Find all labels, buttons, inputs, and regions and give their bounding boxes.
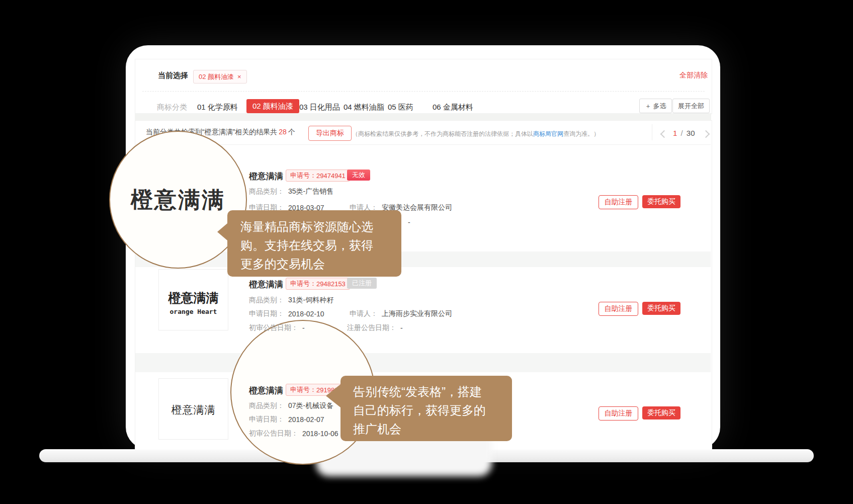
tooltip-arrow-left-icon <box>217 223 227 240</box>
trademark-title: 橙意满满 <box>249 171 283 182</box>
category-item-04[interactable]: 04 燃料油脂 <box>344 103 384 112</box>
clear-all-button[interactable]: 全部清除 <box>679 71 708 80</box>
apply-no-value: 29482153 <box>316 280 346 288</box>
trademark-image-text-cn: 橙意满满 <box>159 403 228 417</box>
trademark-image: 橙意满满 <box>158 378 228 440</box>
current-selection-label: 当前选择 <box>158 71 188 80</box>
disclaimer-post: 查询为准。） <box>563 130 600 137</box>
apply-no-label: 申请号： <box>290 171 316 180</box>
header-divider <box>135 144 711 145</box>
page-separator: / <box>681 129 683 137</box>
self-register-button[interactable]: 自助注册 <box>599 302 638 316</box>
trademark-image: 橙意满满 orange Heart <box>158 269 228 330</box>
tooltip-promotion: 告别传统“发表格”，搭建 自己的标行，获得更多的 推广机会 <box>340 376 512 441</box>
row-field-apply-date: 申请日期：2018-02-07 <box>249 414 324 425</box>
apply-no-value: 29474941 <box>316 172 346 180</box>
export-trademarks-button[interactable]: 导出商标 <box>308 126 352 141</box>
page-total: 30 <box>687 129 695 137</box>
tooltip-line: 自己的标行，获得更多的 <box>353 401 512 419</box>
row-field-applicant: 申请人：上海雨步实业有限公司 <box>350 308 452 319</box>
entrust-purchase-button[interactable]: 委托购买 <box>642 302 680 315</box>
page-current: 1 <box>673 129 677 137</box>
trademark-title: 橙意满满 <box>249 279 283 290</box>
category-item-03[interactable]: 03 日化用品 <box>299 103 340 112</box>
trademark-title: 橙意满满 <box>249 385 283 396</box>
row-field-first-pub: 初审公告日期：- <box>249 322 305 333</box>
category-item-06[interactable]: 06 金属材料 <box>433 103 473 112</box>
results-count-unit: 个 <box>288 128 295 136</box>
tooltip-arrow-left-icon <box>326 384 340 407</box>
category-item-01[interactable]: 01 化学原料 <box>197 103 238 112</box>
row-separator-band <box>135 251 711 267</box>
application-number-tag: 申请号：29482153 <box>286 278 350 290</box>
trademark-image-text-cn: 橙意满满 <box>159 290 228 306</box>
divider <box>142 91 705 92</box>
apply-no-label: 申请号： <box>290 385 316 394</box>
pagination-divider <box>652 124 652 140</box>
self-register-button[interactable]: 自助注册 <box>599 195 638 209</box>
magnified-trademark-text: 橙意满满 <box>131 185 225 215</box>
row-field-first-pub: 初审公告日期：2018-10-06 <box>249 428 338 439</box>
page-indicator: 1 / 30 <box>673 129 695 137</box>
category-item-05[interactable]: 05 医药 <box>388 103 413 112</box>
self-register-button[interactable]: 自助注册 <box>599 406 638 421</box>
row-field-category: 商品类别：07类-机械设备 <box>249 400 333 411</box>
category-row-label: 商标分类 <box>157 103 187 112</box>
expand-all-button[interactable]: 展开全部 <box>672 99 710 113</box>
apply-no-label: 申请号： <box>290 279 316 288</box>
row-field-category: 商品类别：31类-饲料种籽 <box>249 295 333 306</box>
tooltip-marketplace: 海量精品商标资源随心选 购。支持在线交易，获得 更多的交易机会 <box>227 210 401 277</box>
trademark-office-link[interactable]: 商标局官网 <box>533 130 563 137</box>
disclaimer-pre: （商标检索结果仅供参考，不作为商标能否注册的法律依据；具体以 <box>352 130 533 137</box>
row-separator-band <box>135 353 711 372</box>
selected-filter-chip-label: 02 颜料油漆 <box>199 72 234 81</box>
category-item-02-selected[interactable]: 02 颜料油漆 <box>246 99 299 113</box>
selected-filter-chip[interactable]: 02 颜料油漆 × <box>193 70 247 83</box>
row-field-category: 商品类别：35类-广告销售 <box>249 186 333 197</box>
close-icon[interactable]: × <box>237 73 241 80</box>
status-badge-registered: 已注册 <box>347 278 377 289</box>
panel-gap <box>135 113 711 120</box>
tooltip-line: 告别传统“发表格”，搭建 <box>353 382 512 401</box>
tooltip-line: 推广机会 <box>353 419 512 438</box>
trademark-search-screen: 当前选择 02 颜料油漆 × 全部清除 商标分类 01 化学原料 02 颜料油漆… <box>0 0 853 504</box>
trademark-image-text-en: orange Heart <box>159 308 228 315</box>
disclaimer: （商标检索结果仅供参考，不作为商标能否注册的法律依据；具体以商标局官网查询为准。… <box>352 130 600 138</box>
row-field-apply-date: 申请日期：2018-02-10 <box>249 308 324 319</box>
tooltip-line: 海量精品商标资源随心选 <box>240 217 401 236</box>
results-count: 28 <box>277 128 288 136</box>
status-badge-invalid: 无效 <box>347 170 370 181</box>
entrust-purchase-button[interactable]: 委托购买 <box>642 406 680 419</box>
row-field-reg-pub: 注册公告日期：- <box>347 322 403 333</box>
tooltip-line: 购。支持在线交易，获得 <box>240 236 401 255</box>
multi-select-button[interactable]: ＋ 多选 <box>639 99 672 113</box>
magnifier-circle-1: 橙意满满 <box>109 131 247 269</box>
application-number-tag: 申请号：29474941 <box>286 170 350 182</box>
entrust-purchase-button[interactable]: 委托购买 <box>642 195 680 208</box>
tooltip-line: 更多的交易机会 <box>240 255 401 273</box>
